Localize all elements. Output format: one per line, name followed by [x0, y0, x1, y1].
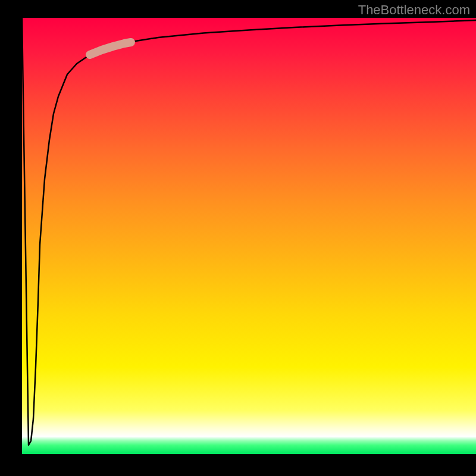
bottleneck-curve [22, 18, 476, 454]
chart-frame: TheBottleneck.com [0, 0, 476, 476]
curve-path [22, 18, 476, 445]
watermark-text: TheBottleneck.com [358, 2, 470, 18]
curve-highlight-segment [90, 42, 131, 55]
plot-area [22, 18, 476, 454]
